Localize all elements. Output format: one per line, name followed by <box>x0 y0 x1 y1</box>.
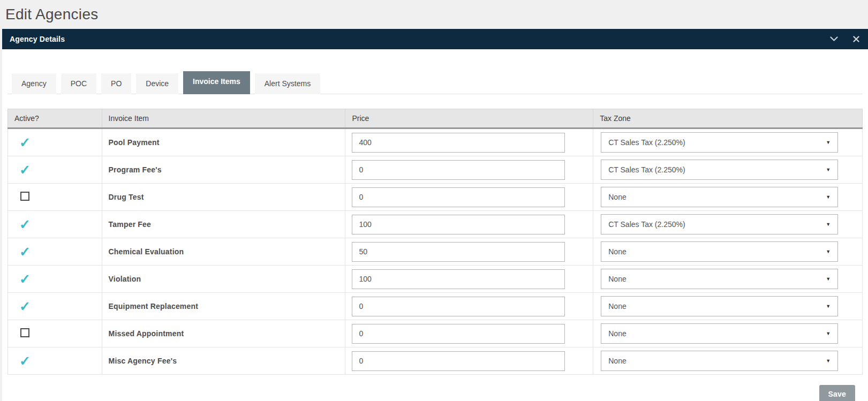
price-input[interactable] <box>352 187 565 207</box>
select-caret-icon: ▼ <box>826 167 831 172</box>
select-caret-icon: ▼ <box>826 140 831 145</box>
tax-zone-select[interactable]: CT Sales Tax (2.250%) ▼ <box>601 132 838 153</box>
table-row: Drug Test None ▼ <box>8 184 863 211</box>
price-input[interactable] <box>352 269 565 289</box>
chevron-down-icon[interactable] <box>830 36 838 42</box>
invoice-item-label: Equipment Replacement <box>109 302 199 311</box>
tax-zone-value: None <box>608 302 626 311</box>
table-row: ✓ Pool Payment CT Sales Tax (2.250%) ▼ <box>8 128 863 156</box>
tax-zone-cell: CT Sales Tax (2.250%) ▼ <box>593 211 863 238</box>
page-title: Edit Agencies <box>0 0 868 29</box>
active-checkmark-icon[interactable]: ✓ <box>19 300 31 313</box>
select-caret-icon: ▼ <box>826 358 831 364</box>
table-row: ✓ Violation None ▼ <box>8 266 863 293</box>
invoice-item-cell: Violation <box>102 266 345 293</box>
save-button[interactable]: Save <box>819 385 856 401</box>
tax-zone-value: CT Sales Tax (2.250%) <box>608 220 685 229</box>
tax-zone-cell: CT Sales Tax (2.250%) ▼ <box>593 156 863 184</box>
tab-poc[interactable]: POC <box>61 73 96 94</box>
invoice-item-cell: Program Fee's <box>102 156 345 184</box>
tab-invoice-items[interactable]: Invoice Items <box>183 71 250 94</box>
tax-zone-cell: None ▼ <box>593 320 863 347</box>
table-header-row: Active? Invoice Item Price Tax Zone <box>8 109 863 128</box>
invoice-items-table: Active? Invoice Item Price Tax Zone ✓ Po… <box>7 109 863 375</box>
invoice-item-cell: Pool Payment <box>102 128 345 156</box>
active-checkmark-icon[interactable]: ✓ <box>19 354 31 368</box>
tax-zone-cell: None ▼ <box>593 238 863 266</box>
invoice-item-cell: Misc Agency Fee's <box>102 347 345 375</box>
invoice-item-label: Program Fee's <box>109 165 162 174</box>
invoice-item-label: Drug Test <box>109 193 144 201</box>
tax-zone-value: None <box>608 247 626 256</box>
price-cell <box>345 156 593 184</box>
price-input[interactable] <box>352 324 565 344</box>
active-checkmark-icon[interactable]: ✓ <box>19 273 31 286</box>
price-input[interactable] <box>352 242 565 262</box>
panel-body: AgencyPOCPODeviceInvoice ItemsAlert Syst… <box>2 49 868 401</box>
column-header-price: Price <box>345 109 593 128</box>
price-cell <box>345 184 593 211</box>
price-input[interactable] <box>352 351 565 371</box>
price-input[interactable] <box>352 133 565 153</box>
tax-zone-select[interactable]: None ▼ <box>601 296 838 316</box>
column-header-tax-zone: Tax Zone <box>593 109 863 128</box>
tax-zone-select[interactable]: None ▼ <box>601 351 838 371</box>
tab-bar: AgencyPOCPODeviceInvoice ItemsAlert Syst… <box>7 71 863 94</box>
panel-title: Agency Details <box>10 35 65 43</box>
tax-zone-cell: None ▼ <box>593 184 863 211</box>
table-row: ✓ Program Fee's CT Sales Tax (2.250%) ▼ <box>8 156 863 184</box>
column-header-active: Active? <box>8 109 102 128</box>
invoice-item-label: Misc Agency Fee's <box>109 357 177 365</box>
active-cell: ✓ <box>8 347 102 375</box>
active-checkmark-icon[interactable]: ✓ <box>19 136 31 149</box>
inactive-checkbox[interactable] <box>20 328 29 337</box>
select-caret-icon: ▼ <box>826 276 831 282</box>
tax-zone-select[interactable]: CT Sales Tax (2.250%) ▼ <box>601 214 838 234</box>
close-icon[interactable] <box>853 36 859 42</box>
table-row: ✓ Chemical Evaluation None ▼ <box>8 238 863 266</box>
tab-alert-systems[interactable]: Alert Systems <box>255 73 320 94</box>
invoice-item-label: Pool Payment <box>109 138 160 147</box>
invoice-item-label: Missed Appointment <box>109 329 184 338</box>
price-cell <box>345 320 593 347</box>
actions-bar: Save <box>7 385 863 401</box>
table-row: ✓ Misc Agency Fee's None ▼ <box>8 347 863 375</box>
inactive-checkbox[interactable] <box>20 192 29 201</box>
tax-zone-select[interactable]: None ▼ <box>601 241 838 262</box>
tax-zone-value: CT Sales Tax (2.250%) <box>608 138 685 147</box>
active-cell: ✓ <box>8 266 102 293</box>
tax-zone-select[interactable]: None ▼ <box>601 269 838 289</box>
active-checkmark-icon[interactable]: ✓ <box>19 218 31 231</box>
tax-zone-select[interactable]: CT Sales Tax (2.250%) ▼ <box>601 160 838 180</box>
invoice-item-cell: Equipment Replacement <box>102 293 345 320</box>
invoice-item-label: Tamper Fee <box>109 220 152 229</box>
select-caret-icon: ▼ <box>826 194 831 200</box>
price-cell <box>345 238 593 266</box>
select-caret-icon: ▼ <box>826 222 831 227</box>
panel-header: Agency Details <box>2 29 868 49</box>
tab-device[interactable]: Device <box>136 73 178 94</box>
tab-po[interactable]: PO <box>101 73 131 94</box>
price-input[interactable] <box>352 297 565 316</box>
active-checkmark-icon[interactable]: ✓ <box>19 163 31 177</box>
active-checkmark-icon[interactable]: ✓ <box>19 245 31 259</box>
invoice-items-table-wrap: Active? Invoice Item Price Tax Zone ✓ Po… <box>7 109 863 375</box>
price-cell <box>345 211 593 238</box>
invoice-item-label: Chemical Evaluation <box>109 247 184 256</box>
select-caret-icon: ▼ <box>826 249 831 254</box>
active-cell: ✓ <box>8 238 102 266</box>
tab-agency[interactable]: Agency <box>12 73 56 94</box>
tax-zone-select[interactable]: None ▼ <box>601 187 838 207</box>
price-input[interactable] <box>352 160 565 180</box>
price-cell <box>345 347 593 375</box>
panel-header-icons <box>830 36 859 42</box>
tax-zone-cell: None ▼ <box>593 266 863 293</box>
tax-zone-cell: None ▼ <box>593 293 863 320</box>
invoice-item-cell: Chemical Evaluation <box>102 238 345 266</box>
active-cell <box>8 184 102 211</box>
price-input[interactable] <box>352 215 565 234</box>
active-cell <box>8 320 102 347</box>
table-row: Missed Appointment None ▼ <box>8 320 863 347</box>
tax-zone-select[interactable]: None ▼ <box>601 323 838 344</box>
tax-zone-cell: None ▼ <box>593 347 863 375</box>
